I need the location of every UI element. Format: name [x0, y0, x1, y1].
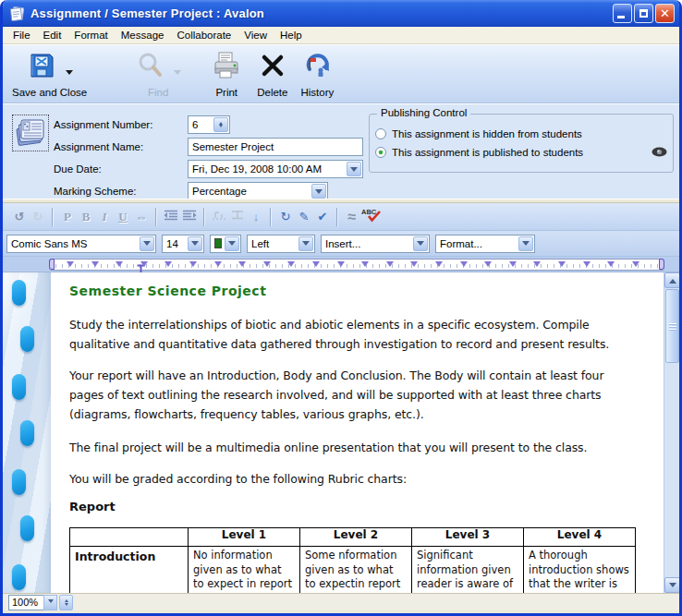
marking-scheme-dropdown-arrow[interactable] [311, 184, 326, 199]
tab-stop-marker[interactable] [632, 261, 639, 267]
tab-stop-marker[interactable] [312, 261, 320, 267]
menu-format[interactable]: Format [67, 28, 114, 42]
tab-stop-marker[interactable] [116, 261, 123, 267]
font-size-dropdown[interactable]: 14 [162, 235, 204, 253]
format-dropdown-arrow[interactable] [518, 236, 533, 251]
toolbar-separator [270, 208, 272, 226]
zoom-dropdown-arrow[interactable] [43, 595, 57, 610]
alignment-dropdown[interactable]: Left [247, 235, 315, 253]
tab-stop-marker[interactable] [361, 261, 369, 267]
tab-stop-marker[interactable] [583, 261, 591, 267]
draw-pencil-icon[interactable]: ✎ [295, 209, 313, 225]
menu-message[interactable]: Message [115, 28, 171, 42]
hidden-from-students-radio[interactable] [375, 128, 386, 139]
save-and-close-button[interactable]: Save and Close [12, 49, 87, 98]
scrollbar-thumb[interactable] [665, 289, 679, 363]
undo-icon[interactable]: ↺ [10, 209, 29, 225]
assignment-name-input[interactable]: Semester Project [188, 138, 363, 156]
tab-stop-marker[interactable] [189, 261, 197, 267]
scroll-down-button[interactable] [664, 577, 679, 593]
menu-collaborate[interactable]: Collaborate [170, 28, 237, 42]
outdent-icon[interactable] [162, 209, 180, 225]
find-dropdown-arrow[interactable] [174, 70, 181, 79]
due-date-dropdown[interactable]: Fri, Dec 19, 2008 10:00 AM [188, 160, 363, 178]
rubric-cell: Some nformation given as to what to expe… [300, 547, 412, 594]
font-family-dropdown[interactable]: Comic Sans MS [6, 235, 156, 253]
font-color-swatch [214, 238, 222, 248]
marking-scheme-dropdown[interactable]: Percentage [188, 182, 328, 200]
insert-dropdown-arrow[interactable] [413, 236, 428, 251]
tab-stop-marker[interactable] [164, 261, 172, 267]
tab-stop-marker[interactable] [607, 261, 615, 267]
rubric-body-row: IntroductionNo information given as to w… [70, 547, 636, 594]
signature-icon[interactable]: ≈ [343, 209, 361, 225]
print-button[interactable]: Print [211, 49, 242, 98]
tab-stop-marker[interactable] [337, 261, 345, 267]
scroll-up-button[interactable] [664, 272, 679, 288]
spellcheck-icon[interactable]: ABC [361, 207, 382, 227]
tab-stop-marker[interactable] [484, 261, 492, 267]
vertical-scrollbar[interactable] [664, 272, 679, 593]
tab-stop-marker[interactable] [410, 261, 418, 267]
underline-icon[interactable]: U [114, 209, 132, 225]
approve-check-icon[interactable]: ✔ [313, 209, 332, 225]
publishing-option-row: This assignment is hidden from students [375, 126, 667, 142]
menu-help[interactable]: Help [274, 28, 309, 42]
tab-stop-marker[interactable] [238, 261, 246, 267]
bold-icon[interactable]: B [77, 209, 95, 225]
main-toolbar: Save and Close Find [3, 44, 679, 103]
tab-stop-marker[interactable] [435, 261, 443, 267]
format-dropdown[interactable]: Format... [435, 235, 535, 253]
alignment-dropdown-arrow[interactable] [298, 236, 313, 251]
menu-file[interactable]: File [6, 28, 37, 42]
save-and-close-dropdown-arrow[interactable] [66, 70, 73, 79]
delete-button[interactable]: Delete [257, 49, 287, 98]
paragraph-baseline-icon[interactable] [228, 209, 247, 225]
font-color-dropdown[interactable] [210, 235, 241, 253]
zoom-stepper[interactable] [59, 595, 73, 610]
menu-edit[interactable]: Edit [37, 28, 68, 42]
document-editor[interactable]: Semester Science Project Study the inter… [3, 272, 679, 593]
tab-stop-marker[interactable] [67, 261, 74, 267]
tab-stop-marker[interactable] [287, 261, 295, 267]
published-to-students-radio[interactable] [375, 147, 386, 158]
tab-stops-icon[interactable] [210, 209, 228, 225]
published-eye-icon [652, 147, 667, 159]
move-down-icon[interactable]: ↓ [247, 209, 265, 225]
document-content[interactable]: Semester Science Project Study the inter… [51, 272, 664, 593]
minimize-button[interactable] [613, 4, 632, 23]
zoom-control[interactable]: 100% [8, 595, 73, 610]
tab-stop-marker[interactable] [558, 261, 566, 267]
special-style-icon[interactable]: «» [132, 209, 151, 225]
font-color-dropdown-arrow[interactable] [225, 236, 239, 251]
find-button[interactable]: Find [135, 49, 181, 98]
font-size-dropdown-arrow[interactable] [188, 236, 202, 251]
indent-icon[interactable] [180, 209, 199, 225]
right-margin-marker[interactable] [659, 259, 664, 270]
plain-style-icon[interactable]: P [58, 209, 77, 225]
tab-stop-marker[interactable] [533, 261, 541, 267]
tab-stop-marker[interactable] [91, 261, 99, 267]
toolbar-separator [52, 208, 54, 226]
insert-dropdown[interactable]: Insert... [321, 235, 430, 253]
font-family-dropdown-arrow[interactable] [140, 236, 154, 251]
marking-scheme-label: Marking Scheme: [54, 186, 188, 197]
redo-icon[interactable]: ↻ [29, 209, 47, 225]
tab-stop-marker[interactable] [386, 261, 394, 267]
history-icon [301, 50, 333, 85]
assignment-number-stepper[interactable]: 6 [188, 115, 230, 134]
tab-stop-marker[interactable] [140, 261, 148, 267]
close-button[interactable]: ✕ [655, 4, 675, 23]
left-margin-marker[interactable] [49, 259, 55, 270]
tab-stop-marker[interactable] [263, 261, 271, 267]
due-date-dropdown-arrow[interactable] [347, 162, 361, 176]
tab-stop-marker[interactable] [214, 261, 222, 267]
maximize-button[interactable] [634, 4, 653, 23]
revert-format-icon[interactable]: ↻ [276, 209, 295, 225]
italic-icon[interactable]: I [95, 209, 114, 225]
tab-stop-marker[interactable] [460, 261, 468, 267]
history-button[interactable]: History [300, 49, 334, 98]
assignment-number-spin-buttons[interactable] [213, 117, 228, 132]
menu-view[interactable]: View [237, 28, 274, 42]
tab-stop-marker[interactable] [509, 261, 517, 267]
